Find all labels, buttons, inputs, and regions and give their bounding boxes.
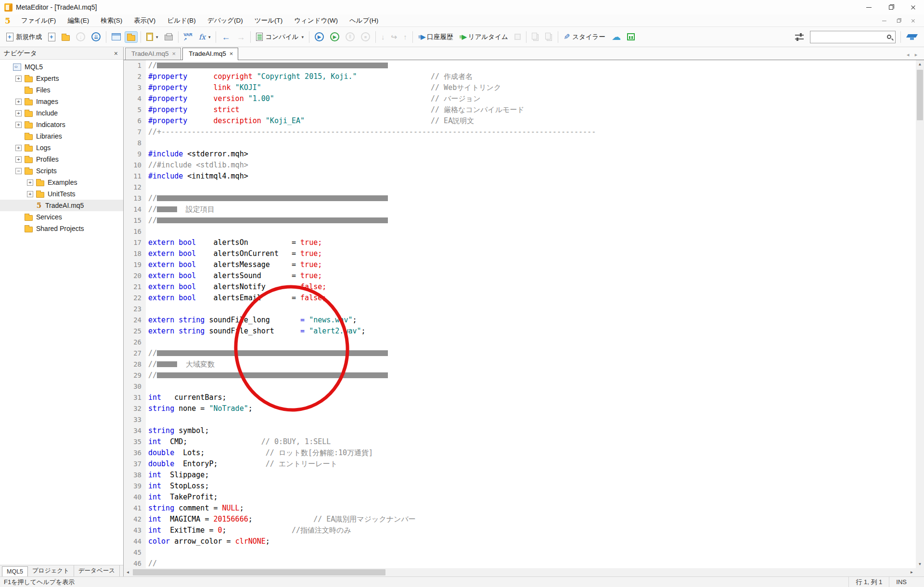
navigator-toggle-button[interactable]	[125, 31, 138, 43]
code-line[interactable]: 36double Lots; // ロット数[分解能:10万通貨]	[124, 447, 916, 459]
snippets-button[interactable]: ▾	[144, 31, 161, 43]
code-editor[interactable]: 1//2#property copyright "Copyright 2015,…	[124, 60, 916, 568]
navigate-back-button[interactable]: ←	[219, 31, 232, 43]
code-line[interactable]: 29//	[124, 370, 916, 381]
nav-tree-item[interactable]: +Logs	[0, 142, 123, 153]
scroll-down-icon[interactable]: ▼	[916, 560, 924, 568]
tab-scroll-right-icon[interactable]: ►	[914, 52, 918, 57]
code-line[interactable]: 5#property strict // 厳格なコンパイルモード	[124, 104, 916, 115]
start-debug-button[interactable]: ▶	[312, 30, 326, 43]
expand-plus-icon[interactable]: +	[27, 179, 33, 186]
code-line[interactable]: 42int MAGICMA = 20156666; // EA識別用マジックナン…	[124, 514, 916, 525]
code-line[interactable]: 2#property copyright "Copyright 2015, Ko…	[124, 71, 916, 82]
tab-scroll-left-icon[interactable]: ◄	[906, 52, 910, 57]
nav-tree[interactable]: MQL5+ExpertsFiles+Images+Include+Indicat…	[0, 60, 123, 565]
menu-item[interactable]: ビルド(B)	[161, 14, 201, 26]
menu-item[interactable]: デバッグ(D)	[202, 14, 249, 26]
code-line[interactable]: 18extern bool alertsOnCurrent = true;	[124, 248, 916, 259]
code-line[interactable]: 20extern bool alertsSound = true;	[124, 270, 916, 281]
pause-button[interactable]: ‖	[343, 30, 357, 43]
nav-tree-item[interactable]: +Examples	[0, 177, 123, 188]
code-line[interactable]: 25extern string soundFile_short = "alert…	[124, 326, 916, 337]
menu-item[interactable]: 編集(E)	[62, 14, 95, 26]
code-line[interactable]: 32string none = "NoTrade";	[124, 403, 916, 414]
menu-item[interactable]: ファイル(F)	[15, 14, 62, 26]
close-button[interactable]	[902, 0, 924, 14]
doc-restore-button[interactable]	[893, 17, 904, 25]
print-button[interactable]	[162, 31, 175, 42]
document-tab[interactable]: TradeAI.mq5 ×	[125, 48, 181, 60]
code-line[interactable]: 34string symbol;	[124, 425, 916, 436]
search-settings-button[interactable]	[793, 31, 806, 43]
document-tab-active[interactable]: TradeAI.mq5 ×	[182, 48, 238, 60]
expand-plus-icon[interactable]: +	[15, 145, 22, 151]
code-line[interactable]: 45	[124, 547, 916, 558]
tab-database[interactable]: データベース	[74, 565, 120, 576]
compile-button[interactable]: コンパイル ▾	[254, 31, 306, 43]
menu-item[interactable]: ツール(T)	[249, 14, 288, 26]
code-line[interactable]: 14// 設定項目	[124, 204, 916, 215]
nav-tree-item[interactable]: −Scripts	[0, 165, 123, 177]
code-line[interactable]: 35int CMD; // 0:BUY, 1:SELL	[124, 436, 916, 447]
navigator-close-icon[interactable]: ×	[113, 50, 119, 57]
code-line[interactable]: 7//+------------------------------------…	[124, 127, 916, 138]
storage-cloud-button[interactable]: ☁	[609, 31, 623, 43]
nav-tree-item[interactable]: 5TradeAI.mq5	[0, 200, 123, 211]
menu-item[interactable]: 表示(V)	[128, 14, 161, 26]
code-line[interactable]: 1//	[124, 60, 916, 71]
code-line[interactable]: 24extern string soundFile_long = "news.w…	[124, 315, 916, 326]
nav-tree-item[interactable]: +Profiles	[0, 153, 123, 165]
code-line[interactable]: 39int StopLoss;	[124, 481, 916, 492]
code-line[interactable]: 10//#include <stdlib.mqh>	[124, 160, 916, 171]
code-line[interactable]: 15//	[124, 215, 916, 226]
nav-tree-item[interactable]: Libraries	[0, 130, 123, 142]
code-line[interactable]: 30	[124, 381, 916, 392]
market-button[interactable]	[625, 31, 637, 42]
expand-plus-icon[interactable]: +	[15, 156, 22, 163]
code-line[interactable]: 28// 大域変数	[124, 359, 916, 370]
step-out-button[interactable]: ↑	[401, 31, 410, 43]
code-line[interactable]: 4#property version "1.00" // バージョン	[124, 93, 916, 104]
code-line[interactable]: 11#include <initmql4.mqh>	[124, 171, 916, 182]
code-line[interactable]: 27//	[124, 348, 916, 359]
tab-project[interactable]: プロジェクト	[28, 565, 74, 576]
account-history-button[interactable]: ≡▶ 口座履歴	[416, 31, 456, 43]
search-icon[interactable]	[887, 35, 891, 39]
code-line[interactable]: 46//	[124, 558, 916, 568]
code-line[interactable]: 21extern bool alertsNotify = false;	[124, 281, 916, 293]
code-line[interactable]: 26	[124, 337, 916, 348]
code-line[interactable]: 16	[124, 226, 916, 237]
minimize-button[interactable]	[858, 0, 880, 14]
code-line[interactable]: 33	[124, 414, 916, 425]
storage-checkout-button[interactable]: ↓	[74, 30, 88, 43]
code-line[interactable]: 37double EntoryP; // エントリーレート	[124, 459, 916, 470]
expand-plus-icon[interactable]: +	[15, 110, 22, 116]
tab-close-icon[interactable]: ×	[172, 50, 176, 57]
navigate-forward-button[interactable]: →	[234, 31, 247, 43]
vertical-scrollbar[interactable]: ▲ ▼	[916, 60, 924, 568]
scroll-left-icon[interactable]: ◄	[124, 568, 132, 576]
doc-minimize-button[interactable]	[878, 17, 890, 25]
start-button[interactable]: ▶	[328, 30, 342, 43]
stop-realtime-button[interactable]	[512, 32, 523, 42]
horizontal-scroll-thumb[interactable]	[133, 569, 385, 575]
tab-mql5[interactable]: MQL5	[2, 566, 28, 577]
nav-tree-item[interactable]: +Indicators	[0, 119, 123, 130]
help-education-button[interactable]	[904, 31, 920, 43]
nav-tree-item[interactable]: +UnitTests	[0, 188, 123, 200]
expand-plus-icon[interactable]: +	[27, 191, 33, 197]
doc-close-button[interactable]	[907, 17, 919, 25]
code-line[interactable]: 43int ExitTime = 0; //指値注文時のみ	[124, 525, 916, 536]
nav-tree-item[interactable]: +Experts	[0, 73, 123, 84]
collapse-minus-icon[interactable]: −	[15, 168, 22, 174]
vertical-scroll-thumb[interactable]	[917, 70, 923, 120]
search-input[interactable]	[810, 33, 887, 40]
code-line[interactable]: 23	[124, 304, 916, 315]
horizontal-scrollbar[interactable]: ◄ ►	[124, 568, 916, 576]
styler-button[interactable]: ✎ スタイラー	[561, 30, 608, 43]
code-line[interactable]: 40int TakeProfit;	[124, 492, 916, 503]
code-line[interactable]: 19extern bool alertsMessage = true;	[124, 259, 916, 270]
nav-tree-item[interactable]: Files	[0, 84, 123, 96]
code-line[interactable]: 38int Slippage;	[124, 470, 916, 481]
code-line[interactable]: 9#include <stderror.mqh>	[124, 149, 916, 160]
